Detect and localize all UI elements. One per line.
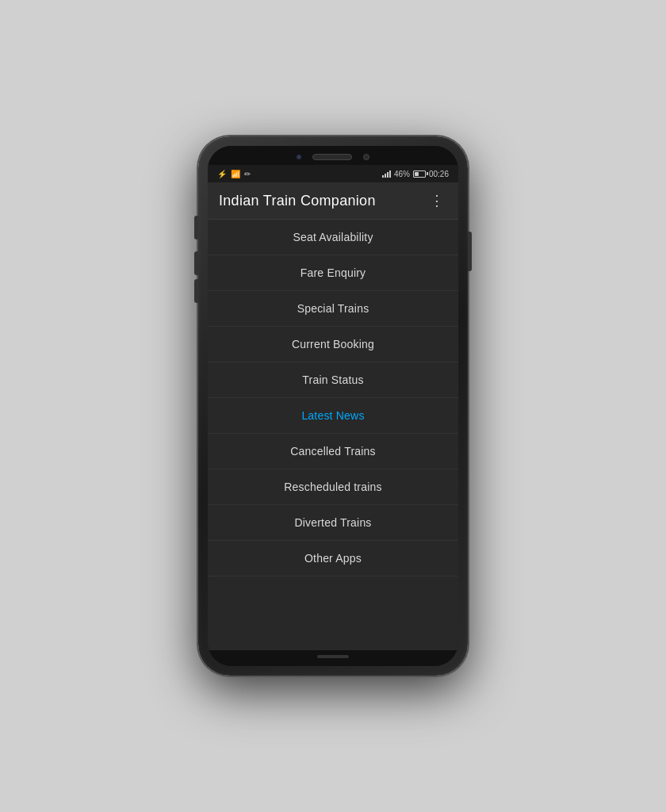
- wifi-icon: 📶: [231, 170, 240, 178]
- status-bar: ⚡ 📶 ✏ 46% 00:26: [208, 165, 458, 182]
- more-options-button[interactable]: ⋮: [427, 190, 447, 211]
- app-toolbar: Indian Train Companion ⋮: [208, 182, 458, 220]
- phone-bottom-bar: [208, 650, 458, 666]
- signal-bars: [382, 170, 391, 178]
- front-camera: [297, 155, 301, 159]
- battery-icon: [413, 170, 426, 178]
- edit-icon: ✏: [244, 170, 251, 178]
- status-left-icons: ⚡ 📶 ✏: [217, 170, 251, 178]
- phone-top-bar: [208, 146, 458, 165]
- menu-item-cancelled-trains[interactable]: Cancelled Trains: [208, 434, 458, 469]
- speaker-grille: [312, 154, 352, 160]
- usb-icon: ⚡: [217, 170, 227, 178]
- menu-item-train-status[interactable]: Train Status: [208, 362, 458, 398]
- camera-sensor: [363, 154, 369, 160]
- status-right-info: 46% 00:26: [382, 170, 449, 178]
- menu-item-seat-availability[interactable]: Seat Availability: [208, 220, 458, 255]
- menu-item-rescheduled-trains[interactable]: Rescheduled trains: [208, 469, 458, 505]
- menu-item-diverted-trains[interactable]: Diverted Trains: [208, 505, 458, 541]
- phone-screen: ⚡ 📶 ✏ 46% 00:26 Indian Train Companion ⋮: [208, 146, 458, 666]
- main-menu-list: Seat AvailabilityFare EnquirySpecial Tra…: [208, 220, 458, 650]
- battery-percent: 46%: [394, 170, 410, 178]
- time-display: 00:26: [429, 170, 449, 178]
- phone-frame: ⚡ 📶 ✏ 46% 00:26 Indian Train Companion ⋮: [198, 136, 468, 676]
- menu-item-fare-enquiry[interactable]: Fare Enquiry: [208, 255, 458, 291]
- menu-item-current-booking[interactable]: Current Booking: [208, 327, 458, 362]
- menu-item-special-trains[interactable]: Special Trains: [208, 291, 458, 327]
- menu-item-other-apps[interactable]: Other Apps: [208, 541, 458, 576]
- menu-item-latest-news[interactable]: Latest News: [208, 398, 458, 434]
- home-indicator[interactable]: [317, 655, 349, 658]
- app-title: Indian Train Companion: [219, 193, 376, 209]
